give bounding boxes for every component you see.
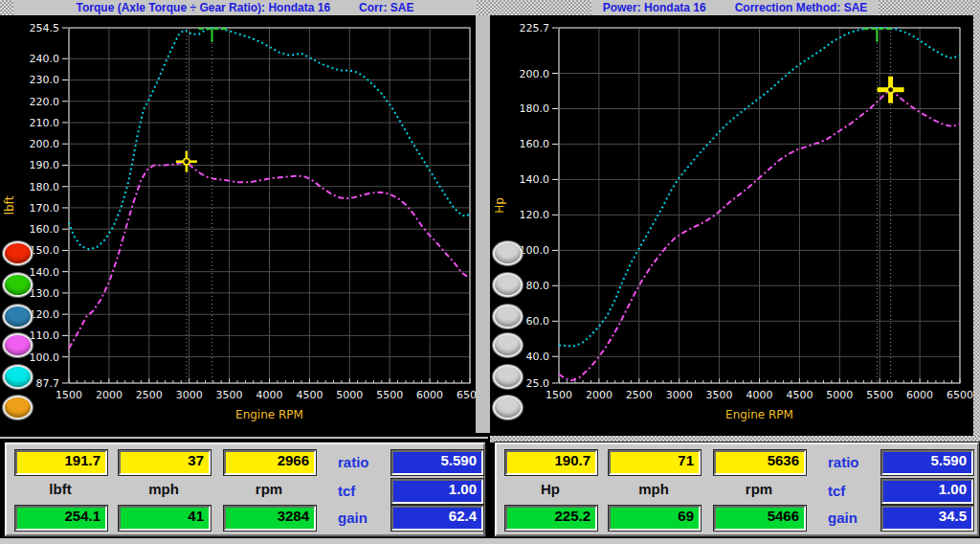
power-chart-title: Power: Hondata 16Correction Method: SAE (591, 0, 880, 15)
torque-gain-label: gain (338, 510, 368, 526)
svg-text:40.0: 40.0 (526, 351, 550, 363)
svg-text:3000: 3000 (176, 389, 203, 401)
footer-bottom-strip (0, 538, 980, 544)
svg-text:110.0: 110.0 (30, 329, 60, 342)
svg-text:200.0: 200.0 (30, 138, 60, 150)
torque-green-cursor-speed: 41 (119, 506, 211, 531)
power-green-cursor-value: 225.2 (505, 506, 597, 531)
svg-text:3000: 3000 (666, 389, 693, 401)
readout-footer: 191.7 37 2966 lbft mph rpm 254.1 41 3284… (0, 436, 980, 544)
svg-text:254.5: 254.5 (30, 22, 60, 34)
power-yellow-cursor-value: 190.7 (505, 450, 597, 475)
footer-stipple-strip (490, 436, 980, 442)
svg-text:4000: 4000 (256, 389, 283, 401)
right-edge-strip (973, 0, 980, 436)
svg-text:160.0: 160.0 (520, 138, 550, 150)
grey-led-button-3[interactable] (493, 305, 523, 329)
grey-led-button-5[interactable] (493, 365, 523, 389)
svg-text:80.0: 80.0 (526, 280, 550, 292)
svg-text:210.0: 210.0 (30, 117, 60, 129)
svg-text:120.0: 120.0 (30, 308, 60, 321)
power-readout-panel: 190.7 71 5636 Hp mph rpm 225.2 69 5466 r… (495, 442, 979, 536)
power-titlebar: Power: Hondata 16Correction Method: SAE (490, 0, 980, 15)
svg-text:240.0: 240.0 (30, 53, 60, 65)
power-yellow-cursor-rpm: 5636 (714, 450, 806, 475)
green-led-button[interactable] (3, 273, 33, 297)
grey-led-button-6[interactable] (493, 396, 523, 419)
power-ratio-field[interactable]: 5.590 (881, 450, 973, 475)
orange-led-button[interactable] (3, 396, 33, 419)
power-tcf-field[interactable]: 1.00 (881, 479, 973, 504)
power-chart-panel: Power: Hondata 16Correction Method: SAE … (490, 0, 980, 436)
torque-gain-field[interactable]: 62.4 (391, 506, 483, 531)
svg-text:1500: 1500 (56, 389, 82, 401)
power-rpm-unit-label: rpm (714, 481, 804, 497)
torque-yellow-cursor-value: 191.7 (15, 450, 107, 475)
power-green-cursor-speed: 69 (609, 506, 701, 531)
torque-corr-text: Corr: SAE (359, 1, 413, 14)
svg-text:225.7: 225.7 (520, 22, 550, 34)
power-yellow-cursor-speed: 71 (609, 450, 701, 475)
magenta-led-button[interactable] (3, 333, 33, 357)
svg-text:5500: 5500 (376, 389, 403, 401)
torque-green-cursor-rpm: 3284 (224, 506, 316, 531)
torque-readout-panel: 191.7 37 2966 lbft mph rpm 254.1 41 3284… (5, 442, 485, 536)
svg-text:2000: 2000 (586, 389, 612, 401)
svg-text:140.0: 140.0 (520, 173, 550, 186)
power-corr-text: Correction Method: SAE (735, 1, 868, 14)
torque-speed-unit-label: mph (119, 481, 209, 497)
svg-text:4000: 4000 (746, 389, 773, 401)
svg-text:140.0: 140.0 (30, 266, 60, 279)
torque-yellow-cursor-rpm: 2966 (224, 450, 316, 475)
power-gain-field[interactable]: 34.5 (881, 506, 973, 531)
torque-crosshair-cursor-yellow[interactable] (176, 151, 197, 172)
red-led-button[interactable] (3, 241, 33, 265)
svg-text:100.0: 100.0 (520, 244, 550, 257)
power-green-cursor-rpm: 5466 (714, 506, 806, 531)
torque-ratio-field[interactable]: 5.590 (391, 450, 483, 475)
torque-tcf-label: tcf (338, 483, 355, 499)
svg-text:Engine RPM: Engine RPM (235, 408, 303, 421)
power-gain-label: gain (828, 510, 858, 526)
torque-titlebar: Torque (Axle Torque ÷ Gear Ratio): Honda… (0, 0, 490, 15)
svg-text:3500: 3500 (216, 389, 243, 401)
svg-text:160.0: 160.0 (30, 223, 60, 236)
grey-led-button-1[interactable] (493, 241, 523, 265)
svg-text:4500: 4500 (296, 389, 323, 401)
grey-led-button-4[interactable] (493, 333, 523, 357)
svg-text:5000: 5000 (826, 389, 853, 401)
svg-text:2000: 2000 (96, 389, 122, 401)
svg-text:4500: 4500 (786, 389, 813, 401)
power-speed-unit-label: mph (609, 481, 699, 497)
cyan-led-button[interactable] (3, 365, 33, 389)
svg-text:1500: 1500 (546, 389, 572, 401)
torque-ratio-label: ratio (338, 454, 369, 470)
torque-tcf-field[interactable]: 1.00 (391, 479, 483, 504)
svg-text:2500: 2500 (626, 389, 653, 401)
svg-text:170.0: 170.0 (30, 202, 60, 215)
torque-graph-canvas: 254.5240.0230.0220.0210.0200.0190.0180.0… (0, 15, 490, 433)
svg-text:60.0: 60.0 (526, 315, 550, 328)
svg-text:130.0: 130.0 (30, 287, 60, 300)
footer-hairline (0, 437, 488, 439)
svg-text:Engine RPM: Engine RPM (725, 408, 793, 421)
torque-chart-panel: Torque (Axle Torque ÷ Gear Ratio): Honda… (0, 0, 490, 436)
svg-text:150.0: 150.0 (30, 244, 60, 257)
svg-text:3500: 3500 (706, 389, 733, 401)
svg-text:190.0: 190.0 (30, 159, 60, 171)
blue-led-button[interactable] (3, 305, 33, 329)
torque-rpm-unit-label: rpm (224, 481, 314, 497)
svg-text:6000: 6000 (416, 389, 443, 401)
svg-text:6000: 6000 (906, 389, 933, 401)
svg-text:200.0: 200.0 (520, 68, 550, 80)
svg-text:100.0: 100.0 (30, 351, 60, 364)
svg-text:230.0: 230.0 (30, 74, 60, 86)
svg-text:5000: 5000 (336, 389, 363, 401)
power-tcf-label: tcf (828, 483, 845, 499)
torque-unit-label: lbft (15, 481, 105, 497)
power-graph-canvas: 225.7200.0180.0160.0140.0120.0100.080.06… (490, 15, 980, 433)
torque-title-text: Torque (Axle Torque ÷ Gear Ratio): Honda… (77, 1, 331, 14)
grey-led-button-2[interactable] (493, 273, 523, 297)
svg-text:180.0: 180.0 (30, 181, 60, 193)
power-peak-cursor-green[interactable] (863, 29, 892, 42)
